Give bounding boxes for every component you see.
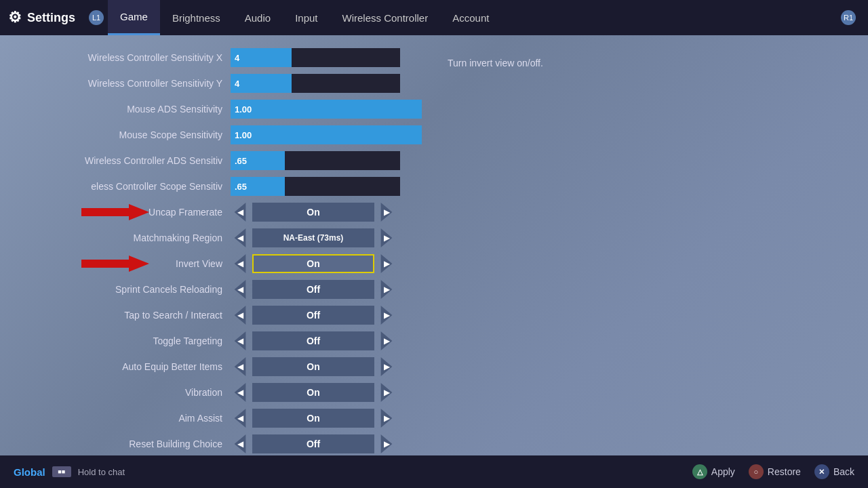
row-wc-scope: eless Controller Scope Sensitiv .65	[0, 174, 427, 199]
arrow-right-uncap[interactable]: ▶	[377, 203, 396, 222]
toggle-auto-equip: ◀ On ▶	[231, 357, 396, 376]
settings-list: Wireless Controller Sensitivity X 4 Wire…	[0, 42, 427, 455]
arrow-right-tap[interactable]: ▶	[377, 306, 396, 325]
label-aim-assist: Aim Assist	[0, 413, 231, 424]
arrow-left-invert[interactable]: ◀	[231, 254, 250, 273]
tab-brightness[interactable]: Brightness	[160, 0, 233, 35]
slider-wc-scope[interactable]: .65	[231, 177, 400, 196]
arrow-left-uncap[interactable]: ◀	[231, 203, 250, 222]
toggle-reset-building: ◀ Off ▶	[231, 434, 396, 453]
label-wc-ads: Wireless Controller ADS Sensitiv	[0, 155, 231, 166]
label-mouse-scope: Mouse Scope Sensitivity	[0, 129, 231, 140]
value-matchmaking: NA-East (73ms)	[252, 228, 374, 247]
arrow-left-targeting[interactable]: ◀	[231, 331, 250, 350]
value-toggle-targeting: Off	[252, 331, 374, 350]
arrow-right-invert[interactable]: ▶	[377, 254, 396, 273]
r1-badge: R1	[841, 10, 856, 25]
slider-track-scope: 1.00	[231, 125, 422, 144]
arrow-right-reset[interactable]: ▶	[377, 434, 396, 453]
value-uncap-framerate: On	[252, 203, 374, 222]
toggle-matchmaking: ◀ NA-East (73ms) ▶	[231, 228, 396, 247]
value-auto-equip: On	[252, 357, 374, 376]
arrow-right-vibration[interactable]: ▶	[377, 383, 396, 402]
arrow-right-aim-assist[interactable]: ▶	[377, 409, 396, 428]
slider-sensitivity-x[interactable]: 4	[231, 48, 400, 67]
tab-wireless-controller[interactable]: Wireless Controller	[330, 0, 441, 35]
nav-bar: ⚙ Settings L1 Game Brightness Audio Inpu…	[0, 0, 868, 35]
back-button[interactable]: ✕ Back	[814, 464, 854, 479]
toggle-tap-search: ◀ Off ▶	[231, 306, 396, 325]
arrow-left-reset[interactable]: ◀	[231, 434, 250, 453]
row-invert-view: Invert View ◀ On ▶	[0, 251, 427, 276]
row-tap-search: Tap to Search / Interact ◀ Off ▶	[0, 303, 427, 327]
slider-empty-y	[292, 74, 400, 93]
toggle-invert-view: ◀ On ▶	[231, 254, 396, 273]
value-aim-assist: On	[252, 409, 374, 428]
main-content: Wireless Controller Sensitivity X 4 Wire…	[0, 35, 868, 455]
row-mouse-scope: Mouse Scope Sensitivity 1.00	[0, 123, 427, 147]
hold-to-chat: Hold to chat	[78, 467, 125, 477]
value-vibration: On	[252, 383, 374, 402]
bottom-right: △ Apply ○ Restore ✕ Back	[692, 464, 854, 479]
row-sprint-cancels: Sprint Cancels Reloading ◀ Off ▶	[0, 277, 427, 302]
description-text: Turn invert view on/off.	[448, 58, 543, 68]
row-auto-equip: Auto Equip Better Items ◀ On ▶	[0, 354, 427, 379]
slider-fill-y: 4	[231, 74, 292, 93]
svg-marker-0	[81, 204, 149, 220]
arrow-right-auto-equip[interactable]: ▶	[377, 357, 396, 376]
slider-mouse-scope[interactable]: 1.00	[231, 125, 422, 144]
cross-icon: ✕	[814, 464, 829, 479]
row-aim-assist: Aim Assist ◀ On ▶	[0, 406, 427, 430]
apply-button[interactable]: △ Apply	[692, 464, 735, 479]
slider-empty-wc-ads	[285, 151, 400, 170]
arrow-right-targeting[interactable]: ▶	[377, 331, 396, 350]
label-mouse-ads: Mouse ADS Sensitivity	[0, 104, 231, 115]
label-sensitivity-x: Wireless Controller Sensitivity X	[0, 52, 231, 63]
red-arrow-uncap	[81, 203, 149, 222]
bottom-left: Global ■■ Hold to chat	[14, 466, 125, 478]
value-tap-search: Off	[252, 306, 374, 325]
arrow-left-matchmaking[interactable]: ◀	[231, 228, 250, 247]
slider-empty-x	[292, 48, 400, 67]
slider-mouse-ads[interactable]: 1.00	[231, 100, 422, 119]
restore-button[interactable]: ○ Restore	[749, 464, 801, 479]
apply-label: Apply	[711, 466, 735, 477]
gear-icon: ⚙	[8, 9, 22, 26]
tab-input[interactable]: Input	[283, 0, 330, 35]
arrow-left-auto-equip[interactable]: ◀	[231, 357, 250, 376]
label-matchmaking: Matchmaking Region	[0, 232, 231, 243]
slider-fill-scope: 1.00	[231, 125, 422, 144]
arrow-right-matchmaking[interactable]: ▶	[377, 228, 396, 247]
back-label: Back	[833, 466, 854, 477]
restore-label: Restore	[768, 466, 801, 477]
row-uncap-framerate: Uncap Framerate ◀ On ▶	[0, 200, 427, 224]
slider-value-scope: 1.00	[235, 130, 252, 140]
slider-sensitivity-y[interactable]: 4	[231, 74, 400, 93]
label-tap-search: Tap to Search / Interact	[0, 310, 231, 321]
arrow-left-aim-assist[interactable]: ◀	[231, 409, 250, 428]
tab-account[interactable]: Account	[440, 0, 501, 35]
svg-marker-1	[81, 256, 149, 272]
label-auto-equip: Auto Equip Better Items	[0, 361, 231, 372]
arrow-right-sprint[interactable]: ▶	[377, 280, 396, 299]
row-sensitivity-x: Wireless Controller Sensitivity X 4	[0, 45, 427, 70]
toggle-aim-assist: ◀ On ▶	[231, 409, 396, 428]
tab-audio[interactable]: Audio	[233, 0, 283, 35]
slider-track-ads: 1.00	[231, 100, 422, 119]
arrow-left-tap[interactable]: ◀	[231, 306, 250, 325]
toggle-uncap-framerate: ◀ On ▶	[231, 203, 396, 222]
arrow-left-vibration[interactable]: ◀	[231, 383, 250, 402]
value-sprint-cancels: Off	[252, 280, 374, 299]
arrow-left-sprint[interactable]: ◀	[231, 280, 250, 299]
toggle-vibration: ◀ On ▶	[231, 383, 396, 402]
label-toggle-targeting: Toggle Targeting	[0, 336, 231, 346]
slider-wc-ads[interactable]: .65	[231, 151, 400, 170]
slider-fill-ads: 1.00	[231, 100, 422, 119]
tab-game[interactable]: Game	[108, 0, 160, 35]
slider-fill-wc-scope: .65	[231, 177, 285, 196]
slider-empty-wc-scope	[285, 177, 400, 196]
slider-value-ads: 1.00	[235, 104, 252, 115]
label-vibration: Vibration	[0, 387, 231, 398]
chat-badge: ■■	[52, 466, 71, 477]
circle-icon: ○	[749, 464, 764, 479]
